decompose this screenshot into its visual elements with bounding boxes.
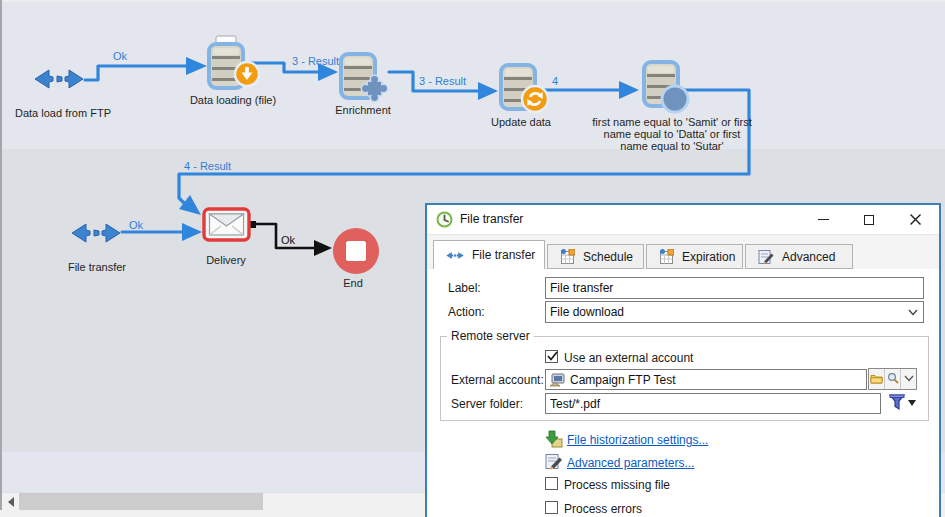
tab-file-transfer[interactable]: File transfer [433, 240, 545, 269]
dialog-titlebar[interactable]: File transfer [427, 205, 939, 235]
external-account-field[interactable]: Campaign FTP Test [545, 369, 867, 390]
action-field-caption: Action: [448, 305, 485, 319]
node-enrichment[interactable]: Enrichment [313, 104, 413, 116]
calendar-icon [659, 249, 674, 264]
maximize-icon [864, 215, 874, 225]
blue-circle-icon [662, 86, 688, 112]
dialog-title: File transfer [460, 212, 523, 226]
external-account-value: Campaign FTP Test [570, 373, 676, 387]
process-errors-label: Process errors [564, 502, 642, 516]
advanced-parameters-link[interactable]: Advanced parameters... [567, 456, 694, 470]
node-data-load-ftp[interactable]: Data load from FTP [3, 107, 123, 119]
tab-label: File transfer [472, 248, 535, 262]
historization-icon [545, 430, 563, 448]
tab-advanced[interactable]: Advanced [745, 244, 853, 269]
query-node-icon[interactable] [642, 60, 698, 118]
magnifier-icon [887, 372, 899, 384]
maximize-button[interactable] [853, 205, 885, 234]
tab-expiration[interactable]: Expiration [646, 244, 743, 269]
node-file-transfer[interactable]: File transfer [47, 261, 147, 273]
node-delivery[interactable]: Delivery [176, 254, 276, 266]
checkmark-icon [545, 348, 560, 363]
use-external-account-checkbox[interactable] [545, 350, 558, 363]
minimize-icon [818, 219, 829, 221]
document-pen-icon [758, 249, 774, 264]
close-icon [910, 214, 921, 225]
label-input[interactable] [545, 277, 924, 299]
computer-account-icon [549, 373, 565, 387]
node-update-data[interactable]: Update data [471, 116, 571, 128]
tab-schedule[interactable]: Schedule [547, 244, 644, 269]
envelope-icon [210, 214, 244, 235]
tab-label: Advanced [782, 250, 835, 264]
external-account-buttons [868, 368, 917, 390]
action-selected-value: File download [550, 305, 624, 319]
tab-label: Expiration [682, 250, 735, 264]
file-transfer-dialog: File transfer File transfer Sc [425, 203, 941, 517]
filter-funnel-icon[interactable] [888, 394, 906, 412]
update-data-node-icon[interactable] [499, 63, 555, 121]
chevron-down-icon [904, 373, 914, 383]
use-external-account-label: Use an external account [564, 351, 693, 365]
dialog-tabstrip: File transfer Schedule [427, 235, 939, 269]
process-missing-file-label: Process missing file [564, 478, 670, 492]
server-folder-caption: Server folder: [451, 397, 523, 411]
data-loading-node-icon[interactable] [206, 34, 262, 92]
action-select[interactable]: File download [545, 301, 924, 323]
dialog-body: Label: Action: File download Remote serv… [427, 269, 939, 517]
server-folder-input[interactable] [545, 393, 881, 414]
external-account-caption: External account: [451, 373, 544, 387]
folder-icon [870, 373, 883, 384]
ftp-transfer-icon[interactable] [33, 68, 85, 90]
search-account-button[interactable] [885, 369, 900, 387]
node-data-loading[interactable]: Data loading (file) [173, 94, 293, 106]
node-query[interactable]: first name equal to 'Samit' or first nam… [592, 116, 752, 152]
close-button[interactable] [899, 205, 931, 234]
refresh-icon [522, 86, 548, 112]
chevron-down-icon [907, 306, 919, 318]
tab-label: Schedule [583, 250, 633, 264]
calendar-icon [560, 249, 575, 264]
remote-server-legend: Remote server [447, 329, 534, 343]
file-historization-settings-link[interactable]: File historization settings... [567, 433, 708, 447]
advanced-parameters-icon [545, 453, 563, 470]
delivery-node-icon[interactable] [202, 207, 251, 242]
filter-dropdown-icon[interactable] [908, 400, 917, 407]
enrichment-node-icon[interactable] [339, 50, 395, 110]
minimize-button[interactable] [807, 205, 839, 234]
label-field-caption: Label: [448, 281, 481, 295]
ftp-transfer-icon [446, 251, 464, 260]
account-dropdown-button[interactable] [901, 369, 916, 387]
activity-icon [436, 211, 453, 228]
folder-browse-button[interactable] [869, 369, 884, 387]
end-node-icon[interactable] [332, 227, 380, 275]
node-end[interactable]: End [303, 277, 403, 289]
ftp-transfer-icon[interactable] [70, 222, 122, 244]
process-missing-file-checkbox[interactable] [545, 477, 558, 490]
process-errors-checkbox[interactable] [545, 501, 558, 514]
